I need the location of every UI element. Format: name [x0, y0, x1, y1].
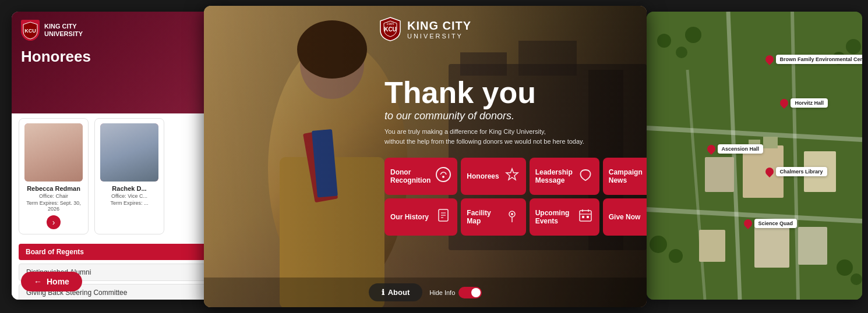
svg-text:KCU: KCU	[24, 28, 36, 34]
person-name-0: Rebecca Redman	[24, 185, 83, 192]
center-main-content: Thank you to our community of donors. Yo…	[384, 77, 629, 236]
pin-dot-4	[742, 218, 754, 229]
person-office-0: Office: Chair	[24, 193, 83, 199]
menu-our-history[interactable]: Our History	[384, 198, 457, 236]
map-pins-container: Brown Family Environmental Center Horvit…	[647, 12, 862, 300]
about-button[interactable]: ℹ About	[369, 283, 423, 301]
center-shield-icon: KCU 1965	[379, 16, 401, 42]
pin-label-3: Chalmers Library	[776, 167, 827, 176]
map-pin-2: Ascension Hall	[707, 144, 764, 154]
menu-grid: Donor Recognition Honorees Leadership Me…	[384, 158, 629, 236]
home-button[interactable]: ← Home	[21, 272, 82, 291]
pin-label-2: Ascension Hall	[718, 144, 764, 154]
upcoming-events-label: Upcoming Events	[535, 209, 573, 225]
thank-you-heading: Thank you	[384, 77, 629, 108]
center-university-name: KING CITY UNIVERSITY	[407, 19, 471, 40]
svg-text:KCU: KCU	[384, 26, 397, 33]
avatar-1	[100, 123, 158, 182]
donor-recognition-icon	[435, 166, 451, 186]
pin-label-0: Brown Family Environmental Center	[776, 55, 863, 64]
info-icon: ℹ	[382, 288, 384, 297]
university-name-left: KING CITY UNIVERSITY	[44, 23, 83, 38]
upcoming-events-icon	[577, 207, 594, 227]
person-office-1: Office: Vice C...	[100, 193, 159, 199]
pin-dot-0	[764, 54, 775, 65]
center-panel: KCU 1965 KING CITY UNIVERSITY Thank you …	[204, 6, 647, 307]
pin-dot-3	[764, 166, 775, 177]
svg-rect-32	[587, 216, 589, 218]
menu-facility-map[interactable]: Facility Map	[461, 198, 525, 236]
our-history-label: Our History	[390, 213, 431, 221]
person-card-0: Rebecca Redman Office: Chair Term Expire…	[19, 118, 89, 234]
hide-info-toggle[interactable]	[458, 287, 482, 298]
menu-donor-recognition[interactable]: Donor Recognition	[384, 158, 457, 195]
menu-campaign-news[interactable]: Campaign News	[603, 158, 647, 195]
map-pin-4: Science Quad	[744, 219, 798, 228]
center-bottom-bar: ℹ About Hide Info	[204, 278, 647, 307]
menu-give-now[interactable]: Give Now	[603, 198, 647, 236]
toggle-knob	[471, 288, 481, 297]
hide-info-toggle-area: Hide Info	[429, 283, 482, 301]
avatar-0	[24, 123, 83, 182]
center-logo: KCU 1965 KING CITY UNIVERSITY	[379, 16, 471, 42]
menu-leadership-message[interactable]: Leadership Message	[530, 158, 599, 195]
svg-rect-31	[582, 216, 584, 218]
person-term-0: Term Expires: Sept. 30, 2026	[24, 200, 83, 212]
center-top-bar: KCU 1965 KING CITY UNIVERSITY	[204, 6, 647, 48]
pin-label-4: Science Quad	[754, 219, 798, 228]
svg-point-26	[511, 213, 513, 215]
person-name-1: Rachek D...	[100, 185, 159, 192]
left-header: KCU KING CITY UNIVERSITY Honorees	[12, 12, 221, 113]
thank-you-subtitle: to our community of donors.	[384, 110, 629, 122]
honoree-cards-row: Rebecca Redman Office: Chair Term Expire…	[12, 113, 221, 238]
person-arrow-0[interactable]: ›	[47, 215, 61, 229]
pin-label-1: Horvitz Hall	[791, 98, 828, 108]
kcu-shield-left: KCU	[21, 20, 40, 41]
menu-upcoming-events[interactable]: Upcoming Events	[530, 198, 599, 236]
hide-info-label: Hide Info	[429, 289, 455, 296]
pin-dot-2	[705, 143, 717, 155]
arrow-left-icon: ←	[34, 277, 42, 286]
left-panel: KCU KING CITY UNIVERSITY Honorees Rebecc…	[12, 12, 221, 300]
svg-text:1965: 1965	[386, 22, 394, 26]
svg-rect-27	[580, 211, 591, 221]
our-history-icon	[435, 207, 451, 227]
menu-honorees[interactable]: Honorees	[461, 158, 525, 195]
person-term-1: Term Expires: ...	[100, 200, 159, 206]
map-pin-3: Chalmers Library	[765, 167, 827, 176]
leadership-message-icon	[577, 166, 594, 186]
svg-point-15	[436, 168, 450, 182]
honorees-label: Honorees	[467, 172, 499, 180]
person-card-1: Rachek D... Office: Vice C... Term Expir…	[94, 118, 164, 234]
campaign-news-label: Campaign News	[609, 168, 643, 184]
facility-map-label: Facility Map	[467, 209, 499, 225]
map-pin-0: Brown Family Environmental Center	[765, 55, 863, 64]
facility-map-icon	[504, 207, 520, 227]
donor-recognition-label: Donor Recognition	[390, 168, 431, 184]
pin-dot-1	[778, 97, 790, 109]
left-logo-row: KCU KING CITY UNIVERSITY	[21, 20, 212, 41]
nav-board-of-regents[interactable]: Board of Regents	[19, 244, 214, 260]
map-pin-1: Horvitz Hall	[780, 98, 828, 108]
thank-you-description: You are truly making a difference for Ki…	[384, 127, 629, 146]
honorees-icon	[504, 166, 520, 186]
give-now-label: Give Now	[609, 213, 643, 221]
right-panel: Brown Family Environmental Center Horvit…	[647, 12, 862, 300]
svg-point-16	[442, 176, 444, 178]
leadership-message-label: Leadership Message	[535, 168, 573, 184]
section-title-left: Honorees	[21, 48, 212, 66]
